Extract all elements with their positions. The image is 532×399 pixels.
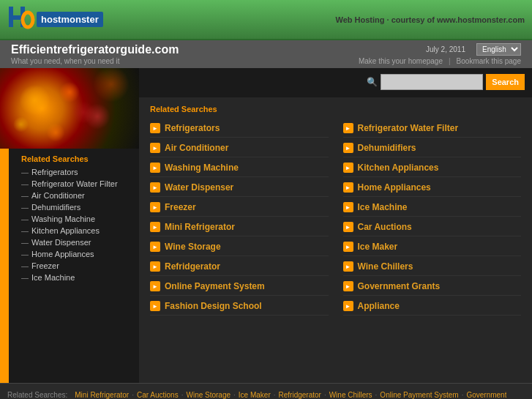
result-icon: ► — [343, 222, 353, 232]
sidebar-item[interactable]: —Ice Machine — [21, 273, 118, 282]
result-item[interactable]: ►Kitchen Appliances — [343, 159, 522, 177]
search-icon: 🔍 — [367, 77, 378, 87]
sidebar-item[interactable]: —Dehumidifiers — [21, 203, 118, 212]
related-panel-title: Related Searches — [150, 105, 521, 113]
result-item[interactable]: ►Refridgerator — [150, 258, 329, 276]
result-icon: ► — [150, 202, 160, 212]
result-icon: ► — [343, 242, 353, 252]
main-panel: 🔍 Search Related Searches ►Refrigerators… — [139, 68, 532, 383]
result-item[interactable]: ►Home Appliances — [343, 179, 522, 197]
result-icon: ► — [343, 301, 353, 311]
related-panel: Related Searches ►Refrigerators►Refriger… — [139, 97, 532, 383]
result-item[interactable]: ►Fashion Design School — [150, 297, 329, 316]
result-icon: ► — [150, 222, 160, 232]
result-item[interactable]: ►Online Payment System — [150, 277, 329, 296]
result-item[interactable]: ►Dehumidifiers — [343, 139, 522, 157]
result-item[interactable]: ►Water Dispenser — [150, 179, 329, 197]
bottom-link[interactable]: Mini Refrigerator — [75, 391, 129, 399]
header-links: Make this your homepage | Bookmark this … — [359, 57, 521, 65]
bottom-link[interactable]: Government — [466, 391, 506, 399]
sidebar-arrow-icon: — — [21, 168, 29, 176]
sidebar-inner: Related Searches —Refrigerators—Refriger… — [18, 149, 121, 383]
sidebar-item[interactable]: —Washing Machine — [21, 215, 118, 223]
result-icon: ► — [150, 281, 160, 291]
result-item[interactable]: ►Appliance — [343, 297, 522, 316]
result-item[interactable]: ►Government Grants — [343, 277, 522, 296]
result-item[interactable]: ►Wine Chillers — [343, 258, 522, 276]
lang-select[interactable]: English — [476, 43, 521, 56]
result-icon: ► — [343, 163, 353, 173]
result-icon: ► — [343, 182, 353, 193]
search-area: 🔍 Search — [367, 74, 525, 90]
bottom-link[interactable]: Refridgerator — [279, 391, 321, 399]
bottom-separator: · — [181, 391, 184, 399]
sidebar-item[interactable]: —Freezer — [21, 261, 118, 270]
orange-bar — [0, 149, 9, 383]
logo-text[interactable]: hostmonster — [37, 12, 103, 27]
bottom-bar: Related Searches: Mini Refrigerator·Car … — [0, 383, 532, 399]
header-date: July 2, 2011 — [426, 45, 465, 53]
bottom-link[interactable]: Wine Storage — [186, 391, 231, 399]
result-item[interactable]: ►Car Auctions — [343, 218, 522, 236]
hero-image — [0, 68, 139, 149]
result-icon: ► — [150, 143, 160, 153]
bookmark-link[interactable]: Bookmark this page — [457, 57, 521, 65]
result-item[interactable]: ►Freezer — [150, 198, 329, 217]
header-right: July 2, 2011 English Make this your home… — [359, 43, 521, 65]
site-subtitle: What you need, when you need it — [11, 57, 179, 65]
result-icon: ► — [343, 202, 353, 212]
bottom-separator: · — [132, 391, 134, 399]
result-icon: ► — [150, 163, 160, 173]
result-item[interactable]: ►Mini Refrigerator — [150, 218, 329, 236]
bottom-link[interactable]: Online Payment System — [380, 391, 458, 399]
sidebar-item[interactable]: —Kitchen Appliances — [21, 226, 118, 235]
result-item[interactable]: ►Washing Machine — [150, 159, 329, 177]
sidebar-arrow-icon: — — [21, 180, 29, 188]
hosting-notice: Web Hosting · courtesy of www.hostmonste… — [335, 15, 525, 24]
logo-area: hostmonster — [7, 4, 103, 36]
bottom-separator: · — [233, 391, 236, 399]
result-icon: ► — [150, 301, 160, 311]
sidebar-arrow-icon: — — [21, 204, 29, 212]
sidebar-item[interactable]: —Air Conditioner — [21, 191, 118, 200]
search-button[interactable]: Search — [486, 74, 525, 90]
result-item[interactable]: ►Wine Storage — [150, 238, 329, 256]
result-icon: ► — [150, 242, 160, 252]
result-icon: ► — [150, 182, 160, 193]
sidebar-item[interactable]: —Refrigerator Water Filter — [21, 179, 118, 188]
result-item[interactable]: ►Air Conditioner — [150, 139, 329, 157]
bottom-link[interactable]: Car Auctions — [137, 391, 179, 399]
bottom-separator: · — [375, 391, 378, 399]
sidebar-item[interactable]: —Water Dispenser — [21, 238, 118, 247]
bottom-link[interactable]: Wine Chillers — [329, 391, 372, 399]
result-item[interactable]: ►Ice Maker — [343, 238, 522, 256]
make-homepage-link[interactable]: Make this your homepage — [359, 57, 443, 65]
result-item[interactable]: ►Ice Machine — [343, 198, 522, 217]
svg-point-3 — [23, 12, 33, 27]
top-bar: hostmonster Web Hosting · courtesy of ww… — [0, 0, 532, 40]
bottom-separator: · — [324, 391, 326, 399]
bottom-label: Related Searches: — [7, 391, 67, 399]
sidebar-arrow-icon: — — [21, 192, 29, 200]
svg-rect-0 — [9, 7, 13, 27]
header-bar: Efficientrefrigeratorguide.com What you … — [0, 40, 532, 68]
site-title: Efficientrefrigeratorguide.com — [11, 43, 179, 56]
sidebar-related-label: Related Searches — [21, 154, 118, 163]
svg-rect-1 — [13, 15, 20, 20]
sidebar-item[interactable]: —Refrigerators — [21, 168, 118, 176]
results-grid: ►Refrigerators►Refrigerator Water Filter… — [150, 119, 521, 316]
result-icon: ► — [150, 261, 160, 272]
sidebar-items-list: —Refrigerators—Refrigerator Water Filter… — [21, 168, 118, 282]
search-input[interactable] — [381, 74, 483, 90]
sidebar-item[interactable]: —Home Appliances — [21, 250, 118, 258]
bottom-link[interactable]: Ice Maker — [239, 391, 271, 399]
result-icon: ► — [343, 281, 353, 291]
main-content: Related Searches —Refrigerators—Refriger… — [0, 68, 532, 383]
result-item[interactable]: ►Refrigerators — [150, 119, 329, 138]
result-icon: ► — [343, 261, 353, 272]
sidebar-arrow-icon: — — [21, 274, 29, 282]
sidebar-arrow-icon: — — [21, 262, 29, 270]
result-icon: ► — [343, 143, 353, 153]
bottom-separator: · — [462, 391, 464, 399]
result-item[interactable]: ►Refrigerator Water Filter — [343, 119, 522, 138]
